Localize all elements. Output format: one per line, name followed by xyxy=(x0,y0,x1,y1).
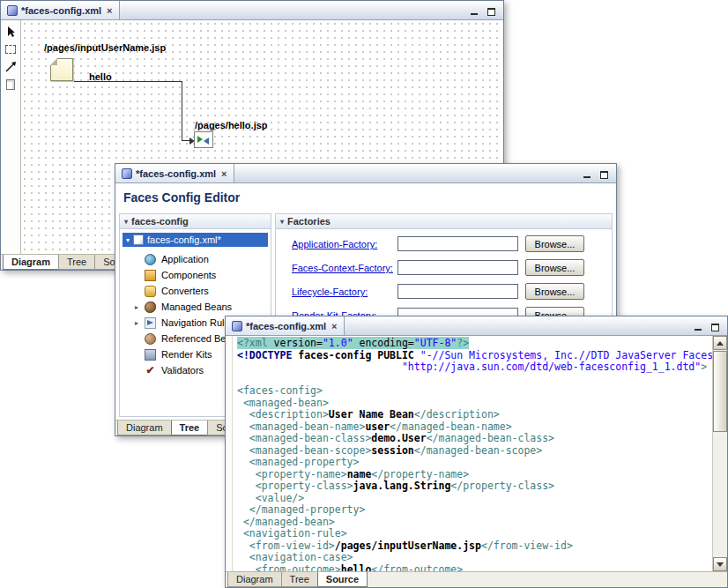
factories-section-header[interactable]: ▾ Factories xyxy=(276,214,612,229)
connection-icon xyxy=(4,61,17,73)
pointer-icon xyxy=(5,26,17,38)
xml-source-editor[interactable]: <?xml version="1.0" encoding="UTF-8"?><!… xyxy=(233,336,712,571)
application-icon xyxy=(145,254,156,265)
vertical-scrollbar[interactable] xyxy=(712,336,727,571)
close-icon[interactable]: × xyxy=(330,321,337,331)
page-node-hello[interactable] xyxy=(194,131,213,148)
window-buttons xyxy=(466,1,503,19)
editor-tabbar: *faces-config.xml × xyxy=(115,164,616,183)
page-title: Faces Config Editor xyxy=(123,190,240,205)
tree-item-label: faces-config.xml* xyxy=(147,234,221,245)
select-tool-button[interactable] xyxy=(3,24,19,39)
maximize-button[interactable] xyxy=(597,167,612,180)
code-line xyxy=(237,374,712,386)
editor-tabbar: *faces-config.xml × xyxy=(226,316,727,336)
minimize-button[interactable] xyxy=(466,4,481,17)
page-tab-tree[interactable]: Tree xyxy=(58,255,95,270)
editor-tab-title: *faces-config.xml xyxy=(136,168,216,179)
factory-input-lifecycle-factory[interactable] xyxy=(397,284,518,299)
close-icon[interactable]: × xyxy=(105,5,112,16)
tree-item-application[interactable]: Application xyxy=(123,251,271,267)
arrow-down-icon xyxy=(717,562,724,567)
page-tab-diagram[interactable]: Diagram xyxy=(3,255,59,270)
new-page-icon xyxy=(6,79,15,90)
minimize-button[interactable] xyxy=(579,167,594,180)
tree-section-header[interactable]: ▾ faces-config xyxy=(120,214,271,229)
node-label: /pages/hello.jsp xyxy=(195,120,268,130)
page-tool-button[interactable] xyxy=(3,77,19,92)
maximize-button[interactable] xyxy=(708,320,723,332)
render-kits-icon xyxy=(145,349,156,361)
nav-case-icon xyxy=(204,138,209,145)
expander-icon[interactable]: ▸ xyxy=(135,303,145,311)
tree-item-label: Validators xyxy=(161,365,204,376)
code-line: "http://java.sun.com/dtd/web-facesconfig… xyxy=(237,361,712,374)
page-tab-diagram[interactable]: Diagram xyxy=(117,421,172,435)
code-line: <!DOCTYPE faces-config PUBLIC "-//Sun Mi… xyxy=(237,350,712,362)
scroll-down-button[interactable] xyxy=(713,557,727,571)
managed-beans-icon xyxy=(145,301,156,313)
browse-button[interactable]: Browse... xyxy=(525,235,584,252)
factory-row: Lifecycle-Factory:Browse... xyxy=(276,282,612,306)
editor-tab-faces-config[interactable]: *faces-config.xml × xyxy=(115,164,234,182)
window-buttons xyxy=(579,164,616,182)
connection-line-segment[interactable] xyxy=(74,81,182,82)
code-line: <property-name>name</property-name> xyxy=(237,469,712,481)
minimize-button[interactable] xyxy=(690,320,705,332)
desktop: *faces-config.xml × xyxy=(0,0,728,588)
code-line: <?xml version="1.0" encoding="UTF-8"?> xyxy=(237,338,712,350)
editor-tab-faces-config[interactable]: *faces-config.xml × xyxy=(226,316,345,335)
tree-item-faces-config-xml[interactable]: ▾ faces-config.xml* xyxy=(123,233,268,247)
marquee-tool-button[interactable] xyxy=(3,41,19,56)
code-line: <faces-config> xyxy=(237,385,712,398)
nav-case-icon xyxy=(197,136,203,143)
editor-tab-title: *faces-config.xml xyxy=(246,321,326,331)
faces-config-icon xyxy=(232,321,242,331)
maximize-button[interactable] xyxy=(484,4,499,17)
tree-item-label: Navigation Rules xyxy=(161,317,234,328)
maximize-icon xyxy=(600,171,608,179)
faces-config-icon xyxy=(7,5,18,16)
converters-icon xyxy=(145,286,156,297)
faces-config-file-icon xyxy=(133,234,144,245)
chevron-down-icon[interactable]: ▾ xyxy=(126,236,130,244)
factory-input-faces-context-factory[interactable] xyxy=(397,260,518,275)
validators-icon: ✔ xyxy=(145,365,156,376)
factory-link-lifecycle-factory[interactable]: Lifecycle-Factory: xyxy=(292,287,368,297)
page-tab-source[interactable]: Source xyxy=(317,572,368,587)
factories-section-title: Factories xyxy=(287,216,331,227)
scroll-up-button[interactable] xyxy=(713,336,727,350)
maximize-icon xyxy=(487,8,495,16)
scrollbar-thumb[interactable] xyxy=(713,351,727,432)
page-tab-tree[interactable]: Tree xyxy=(281,572,318,587)
factory-input-application-factory[interactable] xyxy=(397,236,518,251)
browse-button[interactable]: Browse... xyxy=(525,283,584,300)
scrollbar-track[interactable] xyxy=(713,432,727,557)
page-tab-tree[interactable]: Tree xyxy=(171,421,209,435)
factory-link-application-factory[interactable]: Application-Factory: xyxy=(292,239,377,249)
page-tab-diagram[interactable]: Diagram xyxy=(227,572,282,587)
editor-gutter xyxy=(226,336,233,571)
tree-item-label: Converters xyxy=(161,286,209,296)
code-line: <managed-bean-scope>session</managed-bea… xyxy=(237,445,712,458)
chevron-down-icon[interactable]: ▾ xyxy=(124,218,128,226)
expander-icon[interactable]: ▸ xyxy=(135,319,145,327)
connection-tool-button[interactable] xyxy=(3,59,19,74)
window-buttons xyxy=(690,316,727,335)
code-line: <managed-bean> xyxy=(237,398,712,410)
code-line: <managed-bean-name>user</managed-bean-na… xyxy=(237,421,712,434)
connection-line-segment[interactable] xyxy=(182,81,182,141)
tree-item-managed-beans[interactable]: ▸Managed Beans xyxy=(123,299,271,315)
code-line: <navigation-rule> xyxy=(237,528,712,540)
tree-section-title: faces-config xyxy=(131,216,189,227)
chevron-down-icon[interactable]: ▾ xyxy=(280,218,284,226)
tree-item-converters[interactable]: Converters xyxy=(123,283,271,299)
factory-link-faces-context-factory[interactable]: Faces-Context-Factory: xyxy=(292,263,393,273)
editor-tab-faces-config[interactable]: *faces-config.xml × xyxy=(1,1,120,19)
close-icon[interactable]: × xyxy=(219,168,227,179)
tree-item-components[interactable]: Components xyxy=(123,267,271,283)
code-line: <navigation-case> xyxy=(237,552,712,564)
page-node-inputUserName[interactable] xyxy=(50,58,73,81)
minimize-icon xyxy=(471,13,478,15)
browse-button[interactable]: Browse... xyxy=(525,259,584,276)
